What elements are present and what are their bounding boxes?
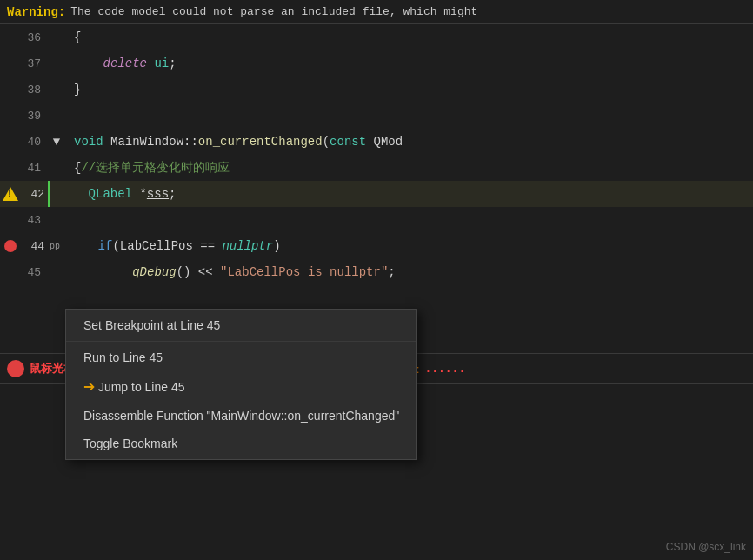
gutter-40: 40 [0,136,48,149]
code-content-45: qDebug() << "LabCellPos is nullptr"; [65,259,396,285]
gutter-42: 42 [0,186,48,202]
menu-item-4[interactable]: Toggle Bookmark [66,430,416,459]
gutter-43: 43 [0,214,48,227]
code-line-40: 40 ▼ void MainWindow::on_currentChanged(… [0,129,753,155]
code-line-43: 43 [0,207,753,233]
code-content-40: void MainWindow::on_currentChanged(const… [65,129,403,155]
code-content-38: } [65,77,81,103]
code-content-37: delete ui; [65,50,177,77]
menu-item-2[interactable]: ➔ Jump to Line 45 [66,371,416,402]
breakpoint-icon-44[interactable] [3,238,18,254]
context-menu: Set Breakpoint at Line 45Run to Line 45➔… [65,309,417,460]
gutter-41: 41 [0,162,48,175]
code-editor: 36 { 37 delete ui; 38 } 39 40 ▼ [0,24,753,285]
menu-item-3[interactable]: Disassemble Function "MainWindow::on_cur… [66,402,416,430]
warning-text: The code model could not parse an includ… [70,5,477,18]
line-num-38: 38 [17,83,41,97]
gutter-38: 38 [0,83,48,97]
gutter-44: 44 [0,238,48,254]
line-num-44: 44 [20,240,44,253]
watermark: CSDN @scx_link [666,541,746,553]
menu-item-1[interactable]: Run to Line 45 [66,343,416,371]
breakpoint-dot [4,240,17,252]
line-num-42: 42 [20,188,44,201]
code-content-44: if(LabCellPos == nullptr) [60,233,281,259]
gutter-36: 36 [0,31,48,44]
code-content-42: QLabel *sss; [50,181,176,207]
line-num-37: 37 [17,57,41,70]
line-num-43: 43 [17,214,41,227]
code-line-45: 45 qDebug() << "LabCellPos is nullptr"; [0,259,753,285]
code-line-36: 36 { [0,24,753,50]
menu-sep-0 [66,341,416,342]
indicator-40[interactable]: ▼ [48,135,65,149]
gutter-37: 37 [0,57,48,70]
left-indicator-44: pp [48,242,60,251]
warning-bar: Warning: The code model could not parse … [0,0,753,24]
gutter-39: 39 [0,110,48,123]
code-line-37: 37 delete ui; [0,50,753,77]
code-content-41: {//选择单元格变化时的响应 [65,155,230,181]
code-line-38: 38 } [0,77,753,103]
warning-icon-42 [3,186,18,202]
line-num-40: 40 [17,136,41,149]
warning-label: Warning: [7,5,65,19]
warning-triangle [3,187,18,201]
line-num-41: 41 [17,162,41,175]
line-num-39: 39 [17,110,41,123]
code-line-41: 41 {//选择单元格变化时的响应 [0,155,753,181]
line-num-45: 45 [17,266,41,279]
menu-item-0[interactable]: Set Breakpoint at Line 45 [66,310,416,339]
line-num-36: 36 [17,31,41,44]
code-line-39: 39 [0,103,753,129]
annotation-suffix: ...... [424,363,465,376]
code-line-42: 42 QLabel *sss; [0,181,753,207]
code-content-36: { [65,24,81,50]
code-line-44: 44 pp if(LabCellPos == nullptr) [0,233,753,259]
annotation-dot [7,360,24,377]
gutter-45: 45 [0,266,48,279]
